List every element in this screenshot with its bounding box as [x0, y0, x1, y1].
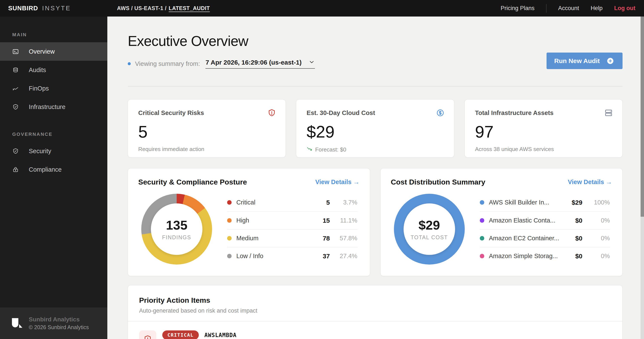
security-view-details-link[interactable]: View Details →: [315, 179, 360, 186]
pricing-plans-link[interactable]: Pricing Plans: [500, 5, 534, 11]
breadcrumb-current-link[interactable]: LATEST_AUDIT: [169, 5, 210, 11]
legend-dot: [227, 218, 232, 223]
sidebar-item-label: Compliance: [29, 166, 62, 173]
sidebar-item-label: Infrastructure: [29, 103, 66, 110]
legend-label: Critical: [236, 199, 256, 206]
card-title: Critical Security Risks: [138, 109, 275, 116]
legend-count: $0: [575, 253, 582, 260]
chevron-down-icon: [302, 59, 315, 66]
audit-date-value: 7 Apr 2026, 16:29:06 (us-east-1): [206, 59, 302, 66]
top-bar: SUNBIRD INSYTE AWS / US-EAST-1 / LATEST_…: [0, 0, 644, 16]
assets-card: Total Infrastructure Assets 97 Across 38…: [464, 99, 622, 157]
viewing-summary-label: Viewing summary from:: [135, 60, 200, 67]
legend-row-critical: Critical 5 3.7%: [227, 194, 358, 211]
legend-percent: 0%: [582, 217, 610, 224]
sidebar-item-security[interactable]: Security: [0, 142, 107, 160]
cost-donut-chart: $29 TOTAL COST: [394, 194, 465, 265]
legend-label: Amazon Elastic Conta...: [489, 217, 555, 224]
cost-legend: AWS Skill Builder In... $29 100% Amazon …: [480, 194, 610, 265]
company-name: Sunbird Analytics: [29, 316, 89, 323]
plus-circle-icon: [606, 56, 615, 65]
shield-alert-icon: [139, 331, 156, 339]
findings-legend: Critical 5 3.7% High 15 11.1% Medium 78: [227, 194, 358, 265]
legend-label: AWS Skill Builder In...: [489, 199, 549, 206]
total-cost-label: TOTAL COST: [411, 234, 448, 241]
legend-count: 78: [323, 235, 330, 242]
sidebar-item-overview[interactable]: Overview: [0, 42, 107, 61]
legend-label: High: [236, 217, 249, 224]
legend-count: 37: [323, 253, 330, 260]
legend-row-elastic-container: Amazon Elastic Conta... $0 0%: [480, 211, 610, 229]
account-link[interactable]: Account: [558, 5, 579, 11]
legend-row-ec2-container: Amazon EC2 Container... $0 0%: [480, 229, 610, 247]
legend-percent: 0%: [582, 235, 610, 242]
legend-percent: 57.8%: [330, 235, 358, 242]
card-title: Total Infrastructure Assets: [475, 109, 612, 116]
scrollbar-track[interactable]: [640, 16, 644, 339]
sidebar: MAIN Overview Audits FinOps Infrastructu…: [0, 16, 107, 339]
legend-percent: 0%: [582, 253, 610, 260]
legend-row-simple-storage: Amazon Simple Storag... $0 0%: [480, 247, 610, 265]
run-new-audit-label: Run New Audit: [554, 57, 600, 65]
logo-primary: SUNBIRD: [8, 5, 38, 11]
priority-action-items-card: Priority Action Items Auto-generated bas…: [128, 285, 622, 339]
service-name: AWSLAMBDA: [204, 332, 236, 338]
sidebar-item-label: Overview: [29, 48, 55, 55]
legend-dot: [227, 200, 232, 205]
terminal-icon: [12, 48, 19, 55]
legend-dot: [480, 200, 484, 205]
subtitle-text: Across 38 unique AWS services: [475, 146, 554, 153]
card-title: Security & Compliance Posture: [138, 178, 247, 186]
card-title: Cost Distribution Summary: [391, 178, 485, 186]
sidebar-item-finops[interactable]: FinOps: [0, 79, 107, 98]
run-new-audit-button[interactable]: Run New Audit: [546, 52, 622, 69]
sidebar-item-infrastructure[interactable]: Infrastructure: [0, 98, 107, 116]
legend-dot: [480, 254, 484, 258]
cost-view-details-link[interactable]: View Details →: [568, 179, 612, 186]
legend-label: Amazon EC2 Container...: [489, 235, 559, 242]
audit-date-dropdown[interactable]: 7 Apr 2026, 16:29:06 (us-east-1): [206, 59, 315, 69]
legend-dot: [227, 236, 232, 241]
security-posture-card: Security & Compliance Posture View Detai…: [128, 168, 370, 276]
shield-check-icon: [12, 148, 19, 154]
legend-percent: 3.7%: [330, 199, 358, 206]
legend-percent: 27.4%: [330, 253, 358, 260]
legend-percent: 100%: [582, 199, 610, 206]
page-title: Executive Overview: [128, 33, 622, 49]
legend-row-medium: Medium 78 57.8%: [227, 229, 358, 247]
sidebar-item-audits[interactable]: Audits: [0, 61, 107, 79]
database-icon: [12, 67, 19, 73]
app-logo: SUNBIRD INSYTE: [0, 5, 71, 12]
card-subtitle: Forecast: $0: [306, 146, 444, 153]
cloud-cost-value: $29: [306, 122, 444, 142]
main-content: Executive Overview Viewing summary from:…: [107, 16, 640, 339]
sidebar-item-label: FinOps: [29, 85, 49, 92]
logo-secondary: INSYTE: [42, 5, 71, 11]
legend-count: $0: [575, 235, 582, 242]
findings-donut-chart: 135 FINDINGS: [141, 194, 212, 265]
legend-row-high: High 15 11.1%: [227, 211, 358, 229]
help-link[interactable]: Help: [591, 5, 603, 11]
legend-percent: 11.1%: [330, 217, 358, 224]
logout-link[interactable]: Log out: [614, 5, 636, 11]
legend-count: $29: [572, 199, 582, 206]
legend-count: 15: [323, 217, 330, 224]
sidebar-footer: Sunbird Analytics © 2026 Sunbird Analyti…: [0, 308, 107, 339]
legend-row-low: Low / Info 37 27.4%: [227, 247, 358, 265]
assets-value: 97: [475, 122, 612, 142]
sidebar-item-compliance[interactable]: Compliance: [0, 160, 107, 179]
critical-risks-value: 5: [138, 122, 275, 142]
legend-row-skill-builder: AWS Skill Builder In... $29 100%: [480, 194, 610, 211]
legend-dot: [480, 218, 484, 223]
scrollbar-thumb[interactable]: [640, 16, 644, 217]
sidebar-item-label: Audits: [29, 66, 46, 74]
trending-down-icon: [306, 146, 312, 153]
legend-count: 5: [326, 199, 330, 206]
company-logo-icon: [11, 317, 23, 329]
subtitle-text: Requires immediate action: [138, 146, 204, 153]
dollar-circle-icon: [436, 109, 444, 118]
server-stack-icon: [604, 109, 613, 118]
total-cost-value: $29: [418, 218, 440, 233]
shield-check-icon: [12, 104, 19, 110]
card-title: Est. 30-Day Cloud Cost: [306, 109, 444, 116]
